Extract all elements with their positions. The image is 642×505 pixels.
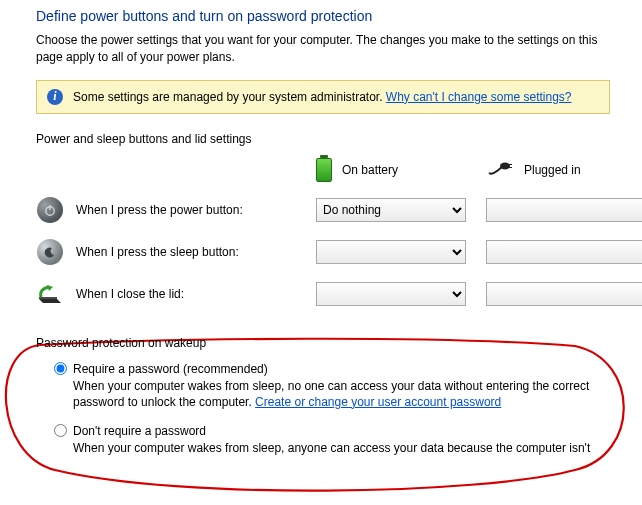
svg-marker-6 <box>39 297 57 299</box>
dont-require-password-description: When your computer wakes from sleep, any… <box>73 440 610 456</box>
sleep-button-battery-select[interactable] <box>316 240 466 264</box>
svg-marker-5 <box>39 299 61 303</box>
row-close-lid: When I close the lid: <box>36 280 296 308</box>
svg-rect-2 <box>509 167 512 168</box>
row-sleep-button: When I press the sleep button: <box>36 238 296 266</box>
plug-icon <box>486 161 514 179</box>
sleep-button-plugged-select[interactable] <box>486 240 642 264</box>
page-subtitle: Choose the power settings that you want … <box>36 32 610 66</box>
power-button-plugged-select[interactable] <box>486 198 642 222</box>
require-password-description: When your computer wakes from sleep, no … <box>73 378 610 410</box>
battery-icon <box>316 158 332 182</box>
page-title: Define power buttons and turn on passwor… <box>36 8 610 24</box>
option-require-password: Require a password (recommended) When yo… <box>54 362 610 410</box>
svg-point-0 <box>500 162 510 169</box>
power-button-battery-select[interactable]: Do nothing <box>316 198 466 222</box>
sleep-button-icon <box>36 238 64 266</box>
dont-require-password-label: Don't require a password <box>73 424 206 438</box>
require-password-label: Require a password (recommended) <box>73 362 268 376</box>
svg-rect-1 <box>509 164 512 165</box>
lid-icon <box>36 280 64 308</box>
svg-rect-4 <box>49 205 50 210</box>
lid-battery-select[interactable] <box>316 282 466 306</box>
power-settings-grid: On battery Plugged in <box>36 158 610 308</box>
buttons-section-heading: Power and sleep buttons and lid settings <box>36 132 610 146</box>
option-dont-require-password: Don't require a password When your compu… <box>54 424 610 456</box>
lid-plugged-select[interactable] <box>486 282 642 306</box>
create-change-password-link[interactable]: Create or change your user account passw… <box>255 395 501 409</box>
admin-warning-bar: i Some settings are managed by your syst… <box>36 80 610 114</box>
password-section-heading: Password protection on wakeup <box>36 336 610 350</box>
require-password-radio[interactable] <box>54 362 67 375</box>
dont-require-password-radio[interactable] <box>54 424 67 437</box>
row-power-button: When I press the power button: <box>36 196 296 224</box>
power-button-icon <box>36 196 64 224</box>
why-cant-i-change-link[interactable]: Why can't I change some settings? <box>386 90 572 104</box>
column-header-battery: On battery <box>316 158 466 182</box>
admin-warning-text: Some settings are managed by your system… <box>73 90 572 104</box>
column-header-plugged-in: Plugged in <box>486 161 642 179</box>
info-icon: i <box>47 89 63 105</box>
